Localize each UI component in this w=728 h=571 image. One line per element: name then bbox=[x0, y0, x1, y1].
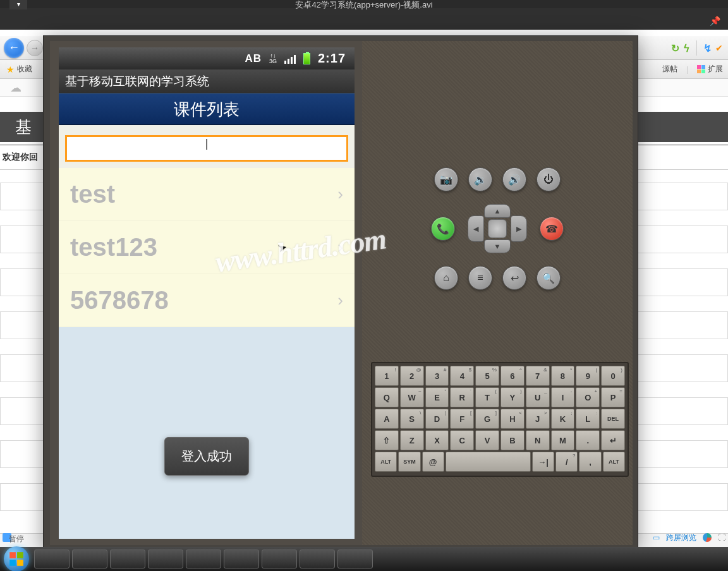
dpad-right[interactable]: ▶ bbox=[511, 215, 527, 242]
source-link[interactable]: 源帖 bbox=[662, 64, 677, 75]
key-G[interactable]: ]G bbox=[475, 409, 499, 429]
taskbar-item[interactable] bbox=[72, 550, 107, 568]
key-R[interactable]: `R bbox=[450, 387, 474, 407]
lightning-icon[interactable]: ϟ bbox=[683, 42, 690, 54]
network-indicator: ↑↓3G bbox=[269, 53, 277, 64]
key-N[interactable]: N bbox=[526, 430, 550, 450]
key-Q[interactable]: Q bbox=[375, 387, 399, 407]
key-P[interactable]: =P bbox=[601, 387, 625, 407]
key-4[interactable]: $4 bbox=[450, 366, 474, 386]
key-V[interactable]: V bbox=[475, 430, 499, 450]
key-SYM[interactable]: SYM bbox=[398, 452, 420, 472]
media-player-toolbar: 📌 bbox=[0, 8, 728, 30]
back-button[interactable]: ← bbox=[4, 38, 24, 58]
key-C[interactable]: C bbox=[450, 430, 474, 450]
key-X[interactable]: X bbox=[425, 430, 449, 450]
menu-button[interactable]: ≡ bbox=[468, 266, 492, 290]
key-6[interactable]: ^6 bbox=[500, 366, 525, 386]
check-icon[interactable]: ✔ bbox=[715, 43, 723, 53]
key-5[interactable]: %5 bbox=[475, 366, 499, 386]
key-.[interactable]: . bbox=[576, 430, 600, 450]
pin-icon[interactable]: 📌 bbox=[710, 16, 720, 26]
key-ALT[interactable]: ALT bbox=[603, 452, 625, 472]
cross-screen-link[interactable]: 跨屏浏览 bbox=[666, 532, 696, 543]
dpad-left[interactable]: ◀ bbox=[468, 215, 484, 242]
key-B[interactable]: B bbox=[500, 430, 525, 450]
key-1[interactable]: !1 bbox=[375, 366, 399, 386]
key-S[interactable]: \S bbox=[400, 409, 424, 429]
key-ALT[interactable]: ALT bbox=[375, 452, 397, 472]
key-↵[interactable]: ↵ bbox=[601, 430, 625, 450]
key-E[interactable]: "E bbox=[425, 387, 449, 407]
favorites-label[interactable]: 收藏 bbox=[17, 64, 32, 75]
camera-button[interactable]: 📷 bbox=[434, 167, 458, 191]
key-8[interactable]: *8 bbox=[551, 366, 575, 386]
pie-chart-icon[interactable] bbox=[703, 533, 712, 542]
key-@[interactable]: @ bbox=[422, 452, 444, 472]
key-space[interactable] bbox=[446, 452, 531, 472]
start-button[interactable] bbox=[4, 546, 29, 571]
emulator-screen-panel: AB ↑↓3G 2:17 基于移动互联网的学习系统 课件列表 | test › … bbox=[50, 41, 362, 545]
cloud-icon[interactable]: ☁ bbox=[10, 81, 21, 95]
end-call-button[interactable]: ☎ bbox=[540, 217, 564, 241]
taskbar-item[interactable] bbox=[186, 550, 221, 568]
key-M[interactable]: M bbox=[551, 430, 575, 450]
key-→|[interactable]: →| bbox=[532, 452, 554, 472]
forward-button[interactable]: → bbox=[27, 40, 43, 56]
dpad-down[interactable]: ▼ bbox=[484, 239, 511, 253]
refresh-icon[interactable]: ↻ bbox=[671, 42, 679, 54]
key-,[interactable]: , bbox=[579, 452, 601, 472]
playback-status: 暂停 bbox=[9, 534, 24, 544]
volume-down-button[interactable]: 🔉 bbox=[468, 167, 492, 191]
key-L[interactable]: :L bbox=[576, 409, 600, 429]
list-item[interactable]: test123 › bbox=[59, 221, 355, 274]
list-item-text: test bbox=[70, 180, 115, 208]
key-7[interactable]: &7 bbox=[526, 366, 550, 386]
key-Y[interactable]: }Y bbox=[500, 387, 525, 407]
key-/[interactable]: ?/ bbox=[555, 452, 578, 472]
fullscreen-icon[interactable]: ⛶ bbox=[718, 533, 725, 542]
dpad-up[interactable]: ▲ bbox=[484, 204, 511, 218]
key-U[interactable]: _U bbox=[526, 387, 550, 407]
key-W[interactable]: ~W bbox=[400, 387, 424, 407]
power-button[interactable]: ⏻ bbox=[537, 167, 561, 191]
key-2[interactable]: @2 bbox=[400, 366, 424, 386]
back-button[interactable]: ↩ bbox=[502, 266, 526, 290]
key-O[interactable]: +O bbox=[576, 387, 600, 407]
taskbar-item[interactable] bbox=[262, 550, 297, 568]
key-I[interactable]: -I bbox=[551, 387, 575, 407]
key-A[interactable]: A bbox=[375, 409, 399, 429]
taskbar-item[interactable] bbox=[337, 550, 373, 568]
taskbar-item[interactable] bbox=[34, 550, 70, 568]
key-K[interactable]: ;K bbox=[551, 409, 575, 429]
star-icon: ★ bbox=[6, 64, 15, 75]
list-item[interactable]: test › bbox=[59, 168, 355, 221]
key-9[interactable]: (9 bbox=[576, 366, 600, 386]
key-DEL[interactable]: DEL bbox=[601, 409, 625, 429]
extensions-link[interactable]: 扩展 bbox=[697, 64, 723, 75]
media-menu[interactable]: ▾ bbox=[9, 0, 27, 9]
key-3[interactable]: #3 bbox=[425, 366, 449, 386]
key-D[interactable]: |D bbox=[425, 409, 449, 429]
key-0[interactable]: )0 bbox=[601, 366, 625, 386]
key-J[interactable]: >J bbox=[526, 409, 550, 429]
dpad-center[interactable] bbox=[488, 219, 507, 238]
call-button[interactable]: 📞 bbox=[431, 217, 455, 241]
home-button[interactable]: ⌂ bbox=[434, 266, 458, 290]
taskbar-item[interactable] bbox=[110, 550, 145, 568]
key-F[interactable]: [F bbox=[450, 409, 474, 429]
key-H[interactable]: <H bbox=[500, 409, 525, 429]
volume-up-button[interactable]: 🔊 bbox=[502, 167, 526, 191]
svg-rect-3 bbox=[17, 560, 23, 566]
key-Z[interactable]: Z bbox=[400, 430, 424, 450]
taskbar-item[interactable] bbox=[148, 550, 183, 568]
taskbar-item[interactable] bbox=[300, 550, 335, 568]
sync-icon[interactable]: ↯ bbox=[703, 42, 712, 54]
search-input[interactable]: | bbox=[65, 135, 348, 162]
key-⇧[interactable]: ⇧ bbox=[375, 430, 399, 450]
list-item[interactable]: 5678678 › bbox=[59, 274, 355, 327]
taskbar-item[interactable] bbox=[224, 550, 259, 568]
key-T[interactable]: {T bbox=[475, 387, 499, 407]
search-button[interactable]: 🔍 bbox=[537, 266, 561, 290]
screen-share-icon[interactable]: ▭ bbox=[653, 533, 660, 542]
